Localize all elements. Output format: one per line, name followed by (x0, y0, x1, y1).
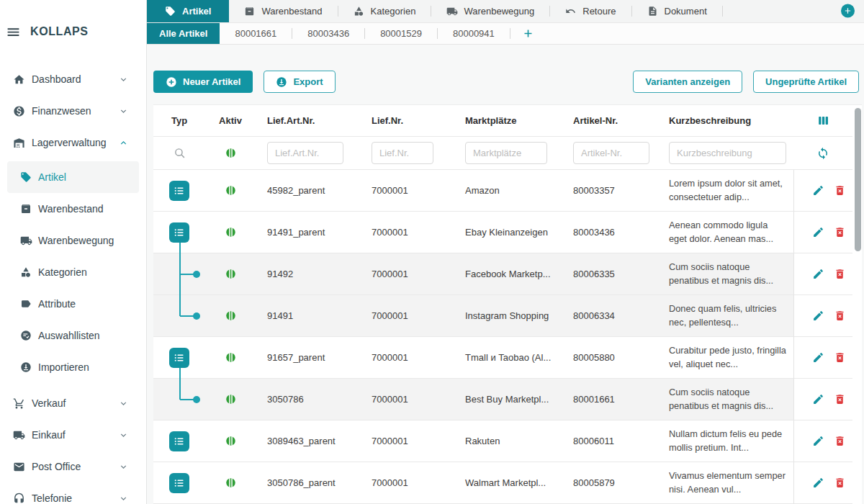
cell-actions (793, 253, 852, 295)
edit-icon[interactable] (812, 184, 824, 197)
tab-kategorien[interactable]: Kategorien (338, 0, 431, 22)
vertical-scrollbar-thumb[interactable] (855, 108, 861, 251)
tab-article-80003436[interactable]: 80003436 (292, 23, 364, 44)
edit-icon[interactable] (812, 477, 824, 489)
header-artikel-nr: Artikel-Nr. (562, 105, 657, 137)
delete-icon[interactable] (834, 351, 846, 364)
tab-alle-artikel[interactable]: Alle Artikel (147, 23, 220, 44)
main-area: Artikel Warenbestand Kategorien Warenbew… (147, 0, 864, 504)
expand-children-icon[interactable] (169, 222, 189, 243)
cell-artikel-nr: 80005880 (562, 337, 657, 379)
sidebar-item-label: Kategorien (38, 266, 87, 278)
article-table: Typ Aktiv Lief.Art.Nr. Lief.Nr. Marktplä… (153, 104, 862, 504)
edit-icon[interactable] (812, 268, 824, 280)
chevron-down-icon (119, 462, 128, 472)
chevron-down-icon (119, 107, 128, 116)
filter-kurzbeschreibung-input[interactable] (669, 142, 786, 164)
stock-box-icon (20, 203, 32, 215)
headset-icon (13, 492, 25, 504)
filter-cell (360, 137, 454, 170)
tab-article-80000941[interactable]: 80000941 (438, 23, 510, 44)
chevron-down-icon (119, 399, 128, 408)
edit-icon[interactable] (812, 351, 824, 364)
sidebar-item-auswahllisten[interactable]: Auswahllisten (0, 320, 146, 351)
filter-marktplaetze-input[interactable] (465, 142, 547, 164)
truck-icon (13, 429, 25, 441)
export-button[interactable]: Export (264, 71, 335, 93)
expand-children-icon[interactable] (169, 431, 189, 451)
cell-marktplatz: Ebay Kleinanzeigen (454, 212, 562, 253)
sidebar-item-lagerverwaltung[interactable]: Lagerverwaltung (0, 127, 146, 158)
edit-icon[interactable] (812, 393, 824, 405)
chevron-down-icon (119, 75, 128, 84)
expand-children-icon[interactable] (169, 348, 189, 368)
module-tab-bar: Artikel Warenbestand Kategorien Warenbew… (147, 0, 864, 23)
expand-children-icon[interactable] (169, 181, 189, 201)
tab-artikel[interactable]: Artikel (147, 0, 229, 22)
active-toggle-icon[interactable] (225, 148, 236, 158)
filter-lief-art-nr-input[interactable] (267, 142, 343, 164)
cell-aktiv (205, 420, 256, 462)
cell-artikel-nr: 80006011 (562, 420, 657, 462)
tab-article-80001661[interactable]: 80001661 (220, 23, 292, 44)
delete-icon[interactable] (834, 184, 846, 197)
sidebar-item-einkauf[interactable]: Einkauf (0, 419, 146, 451)
cell-aktiv (205, 253, 256, 295)
column-chooser-icon[interactable] (816, 114, 830, 127)
sidebar-item-importieren[interactable]: Importieren (0, 351, 146, 383)
tab-label: Alle Artikel (159, 28, 207, 39)
sidebar-item-post-office[interactable]: Post Office (0, 451, 146, 482)
delete-icon[interactable] (834, 435, 846, 447)
delete-icon[interactable] (834, 226, 846, 238)
delete-icon[interactable] (834, 310, 846, 322)
filter-lief-nr-input[interactable] (372, 142, 433, 164)
tab-retoure[interactable]: Retoure (550, 0, 631, 22)
sidebar-item-warenbestand[interactable]: Warenbestand (0, 193, 146, 225)
table-row: 91491_parent 7000001 Ebay Kleinanzeigen … (153, 212, 862, 253)
sidebar-item-artikel[interactable]: Artikel (7, 161, 139, 193)
filter-aktiv (205, 137, 256, 170)
tab-warenbestand[interactable]: Warenbestand (229, 0, 337, 22)
lager-submenu: Artikel Warenbestand Warenbewegung Kateg… (0, 161, 146, 383)
cell-lief-nr: 7000001 (360, 420, 454, 462)
tab-dokument[interactable]: Dokument (632, 0, 722, 22)
sidebar-item-dashboard[interactable]: Dashboard (0, 63, 146, 95)
sidebar-item-telefonie[interactable]: Telefonie (0, 482, 146, 504)
delete-icon[interactable] (834, 268, 846, 280)
sidebar-item-warenbewegung[interactable]: Warenbewegung (0, 225, 146, 256)
cell-kurzbeschreibung: Lorem ipsum dolor sit amet, consectetuer… (657, 170, 793, 212)
toolbar-right: Varianten anzeigen Ungeprüfte Artikel (633, 71, 859, 93)
cell-lief-art-nr: 91492 (256, 253, 360, 295)
expand-children-icon[interactable] (169, 473, 189, 493)
refresh-icon[interactable] (816, 147, 829, 160)
add-module-tab-button[interactable] (841, 4, 855, 18)
neuer-artikel-button[interactable]: Neuer Artikel (153, 71, 253, 93)
filter-artikel-nr-input[interactable] (573, 142, 649, 164)
search-icon[interactable] (174, 147, 186, 159)
tab-warenbewegung[interactable]: Warenbewegung (431, 0, 549, 22)
header-lief-art-nr: Lief.Art.Nr. (256, 105, 360, 137)
tab-article-80001529[interactable]: 80001529 (365, 23, 437, 44)
cell-aktiv (205, 379, 256, 420)
sidebar-item-attribute[interactable]: Attribute (0, 288, 146, 320)
sidebar-item-kategorien[interactable]: Kategorien (0, 256, 146, 288)
delete-icon[interactable] (834, 477, 846, 489)
brand-logo: KOLLAPS (30, 25, 89, 38)
sidebar-item-verkauf[interactable]: Verkauf (0, 387, 146, 419)
scroll-gutter (852, 420, 862, 462)
ungepruefte-artikel-button[interactable]: Ungeprüfte Artikel (753, 71, 859, 93)
cell-marktplatz: Tmall и Taobao (Al... (454, 337, 562, 379)
edit-icon[interactable] (812, 310, 824, 322)
varianten-anzeigen-button[interactable]: Varianten anzeigen (633, 71, 742, 93)
cell-typ (153, 170, 205, 212)
cell-artikel-nr: 80003436 (562, 212, 657, 253)
sidebar-item-label: Attribute (38, 298, 76, 310)
edit-icon[interactable] (812, 226, 824, 238)
hamburger-menu-icon[interactable] (6, 24, 21, 40)
edit-icon[interactable] (812, 435, 824, 447)
add-article-tab-button[interactable] (523, 23, 534, 44)
cell-aktiv (205, 462, 256, 504)
table-row: 3089463_parent 7000001 Rakuten 80006011 … (153, 420, 862, 462)
delete-icon[interactable] (834, 393, 846, 405)
sidebar-item-finanzwesen[interactable]: Finanzwesen (0, 95, 146, 127)
